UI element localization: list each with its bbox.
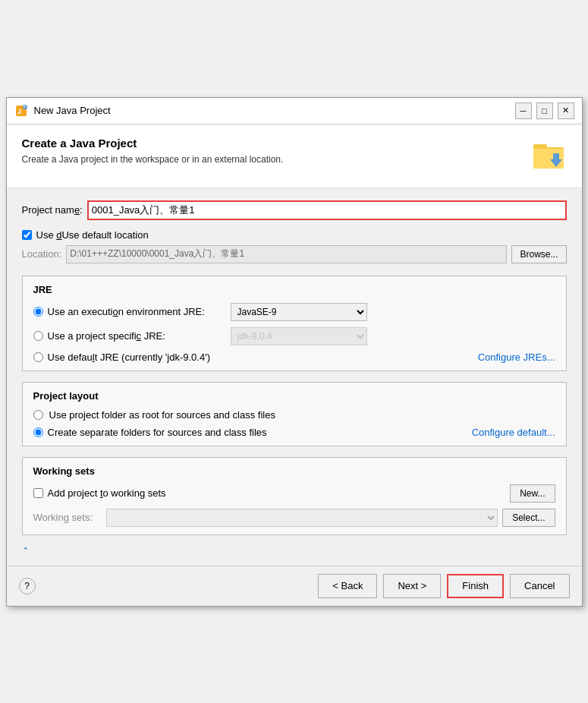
project-name-label: Project name: <box>22 204 83 216</box>
jre-section: JRE Use an execution environment JRE: Ja… <box>22 276 567 371</box>
layout-option1-row: Use project folder as root for sources a… <box>33 409 555 421</box>
jre-option3-radio[interactable] <box>33 352 43 362</box>
dialog-description: Create a Java project in the workspace o… <box>22 154 284 165</box>
project-name-input[interactable] <box>87 200 567 220</box>
select-working-sets-button[interactable]: Select... <box>502 509 555 527</box>
jre-option3-label[interactable]: Use default JRE (currently 'jdk-9.0.4') <box>48 352 211 363</box>
jre-option3-row: Use default JRE (currently 'jdk-9.0.4') … <box>33 352 555 363</box>
svg-text:J: J <box>17 108 21 115</box>
title-bar-controls: ─ □ ✕ <box>515 102 574 119</box>
use-default-location-row: Use dUse default location <box>22 229 567 241</box>
dialog-title: New Java Project <box>34 105 111 116</box>
jre-option1-label[interactable]: Use an execution environment JRE: <box>48 306 205 317</box>
jre-option1-radio[interactable] <box>33 307 43 317</box>
use-default-location-label[interactable]: Use dUse default location <box>36 229 149 241</box>
project-layout-title: Project layout <box>33 390 555 402</box>
minimize-button[interactable]: ─ <box>515 102 532 119</box>
dialog-icon: J <box>14 104 28 118</box>
header-section: Create a Java Project Create a Java proj… <box>7 125 582 188</box>
jre-option1-row: Use an execution environment JRE: JavaSE… <box>33 303 555 321</box>
browse-button[interactable]: Browse... <box>511 245 566 263</box>
folder-icon <box>530 137 567 173</box>
location-input[interactable] <box>66 245 507 263</box>
maximize-button[interactable]: □ <box>536 102 553 119</box>
close-button[interactable]: ✕ <box>558 102 574 119</box>
new-java-project-dialog: J New Java Project ─ □ ✕ Create a Java P… <box>6 97 583 607</box>
location-label: Location: <box>22 248 62 260</box>
working-sets-label: Working sets: <box>33 512 102 523</box>
layout-option2-row: Create separate folders for sources and … <box>33 427 555 438</box>
main-content: Project name: Use dUse default location … <box>7 188 582 566</box>
working-sets-section: Working sets Add project to working sets… <box>22 457 567 535</box>
project-name-row: Project name: <box>22 200 567 220</box>
jre-option2-label[interactable]: Use a project specific JRE: <box>48 330 165 342</box>
project-layout-section: Project layout Use project folder as roo… <box>22 382 567 446</box>
dialog-heading: Create a Java Project <box>22 137 284 150</box>
layout-option2-radio[interactable] <box>33 427 43 437</box>
add-to-working-sets-label[interactable]: Add project to working sets <box>48 487 166 499</box>
jre-specific-select[interactable]: jdk-9.0.4 <box>231 327 367 345</box>
working-sets-checkbox-row: Add project to working sets New... <box>33 484 555 503</box>
scroll-hint: ⌃ <box>22 546 567 553</box>
add-to-working-sets-checkbox[interactable] <box>33 488 43 498</box>
working-sets-input-row: Working sets: Select... <box>33 509 555 527</box>
configure-jres-link[interactable]: Configure JREs... <box>478 352 555 363</box>
layout-option2-label[interactable]: Create separate folders for sources and … <box>48 427 267 438</box>
header-text: Create a Java Project Create a Java proj… <box>22 137 284 165</box>
jre-section-title: JRE <box>33 284 555 295</box>
jre-env-select[interactable]: JavaSE-9 <box>231 303 367 321</box>
title-bar-left: J New Java Project <box>14 104 111 118</box>
bottom-bar: ? < Back Next > Finish Cancel <box>7 566 582 606</box>
next-button[interactable]: Next > <box>383 574 441 598</box>
bottom-buttons: < Back Next > Finish Cancel <box>318 574 569 598</box>
layout-option1-radio[interactable] <box>33 410 43 420</box>
cancel-button[interactable]: Cancel <box>510 574 569 598</box>
help-button[interactable]: ? <box>19 578 36 594</box>
title-bar: J New Java Project ─ □ ✕ <box>7 98 582 125</box>
jre-option2-radio[interactable] <box>33 331 43 341</box>
header-icon <box>530 137 567 175</box>
configure-default-link[interactable]: Configure default... <box>472 427 555 438</box>
use-default-location-checkbox[interactable] <box>22 230 32 240</box>
back-button[interactable]: < Back <box>318 574 377 598</box>
new-working-set-button[interactable]: New... <box>510 484 555 503</box>
working-sets-select[interactable] <box>106 509 498 527</box>
finish-button[interactable]: Finish <box>447 574 504 598</box>
location-row: Location: Browse... <box>22 245 567 263</box>
jre-option2-row: Use a project specific JRE: jdk-9.0.4 <box>33 327 555 345</box>
working-sets-title: Working sets <box>33 465 555 477</box>
layout-option1-label[interactable]: Use project folder as root for sources a… <box>49 409 275 421</box>
